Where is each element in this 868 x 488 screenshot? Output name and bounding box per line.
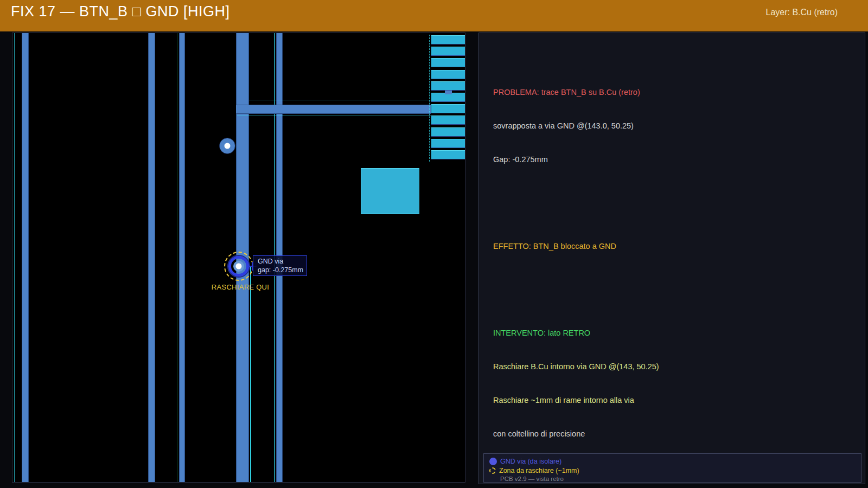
trace-horizontal-btn-b bbox=[236, 105, 431, 114]
scrape-here-label: RASCHIARE QUI bbox=[202, 283, 278, 291]
via-dot-icon bbox=[489, 458, 497, 465]
legend-label: GND via (da isolare) bbox=[500, 458, 561, 465]
legend-item-scrape-zone: Zona da raschiare (~1mm) bbox=[489, 466, 856, 475]
info-line-gap: Gap: -0.275mm bbox=[493, 154, 659, 165]
clearance-line-left bbox=[14, 33, 15, 483]
connector-clearance-line bbox=[429, 35, 430, 162]
info-panel: PROBLEMA: trace BTN_B su B.Cu (retro) so… bbox=[478, 33, 865, 484]
clearance-horizontal-top bbox=[249, 100, 431, 100]
callout-line-2: gap: -0.275mm bbox=[258, 266, 307, 275]
clearance-line-mid bbox=[177, 33, 177, 483]
info-text: PROBLEMA: trace BTN_B su B.Cu (retro) so… bbox=[493, 42, 659, 488]
legend: GND via (da isolare) Zona da raschiare (… bbox=[483, 453, 861, 483]
info-line-effetto: EFFETTO: BTN_B bloccato a GND bbox=[493, 241, 659, 252]
connector-pad bbox=[431, 35, 465, 44]
via bbox=[219, 138, 235, 154]
connector-pad bbox=[431, 104, 465, 113]
connector-pad bbox=[431, 115, 465, 125]
trace-vertical-2 bbox=[148, 33, 155, 483]
connector-pad bbox=[431, 127, 465, 137]
clearance-btn-b-right bbox=[250, 266, 251, 483]
connector-pad bbox=[431, 70, 465, 79]
legend-item-gnd-via: GND via (da isolare) bbox=[489, 457, 856, 466]
legend-label: Zona da raschiare (~1mm) bbox=[499, 467, 579, 474]
trace-stub bbox=[445, 91, 452, 94]
callout-line-1: GND via bbox=[258, 258, 307, 266]
via-callout: GND via gap: -0.275mm bbox=[253, 255, 307, 276]
scrape-zone-icon bbox=[489, 467, 496, 474]
legend-footer: PCB v2.9 — vista retro bbox=[489, 476, 856, 482]
pcb-view-canvas[interactable]: GND via gap: -0.275mm RASCHIARE QUI bbox=[12, 33, 465, 483]
info-line-intervento: INTERVENTO: lato RETRO bbox=[493, 328, 659, 339]
component-zone bbox=[361, 168, 419, 214]
via-drill-hole bbox=[225, 143, 231, 149]
fix-title: FIX 17 — BTN_B □ GND [HIGH] bbox=[11, 3, 229, 20]
header-bar: FIX 17 — BTN_B □ GND [HIGH] Layer: B.Cu … bbox=[0, 0, 868, 31]
connector-pad bbox=[431, 81, 465, 91]
connector-pad bbox=[431, 150, 465, 159]
info-line-problema: PROBLEMA: trace BTN_B su B.Cu (retro) bbox=[493, 87, 659, 98]
layer-label: Layer: B.Cu (retro) bbox=[766, 8, 838, 17]
info-line-sovrapposta: sovrapposta a via GND @(143.0, 50.25) bbox=[493, 120, 659, 132]
trace-vertical-1 bbox=[22, 33, 29, 483]
connector-pad bbox=[431, 47, 465, 56]
trace-vertical-3 bbox=[179, 33, 185, 483]
clearance-horizontal-bottom bbox=[237, 115, 431, 116]
info-line-raschiare-2: Raschiare ~1mm di rame intorno alla via bbox=[493, 395, 659, 406]
info-line-raschiare-1: Raschiare B.Cu intorno via GND @(143, 50… bbox=[493, 361, 659, 373]
via-drill-hole bbox=[236, 264, 242, 269]
connector-pad bbox=[431, 58, 465, 67]
info-line-coltellino: con coltellino di precisione bbox=[493, 428, 659, 440]
connector-pad bbox=[431, 139, 465, 148]
